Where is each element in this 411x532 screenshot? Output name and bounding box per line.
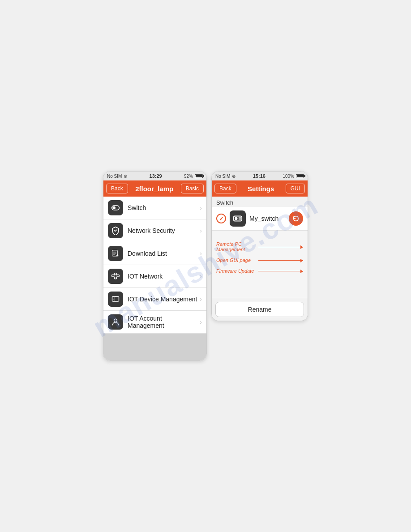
phone2-wifi-icon: ⊜ [232,174,235,179]
menu-item-switch[interactable]: Switch › [103,197,206,219]
phone1-battery-fill [196,175,202,177]
switch-icon [111,203,120,212]
annotation-firmware-arrow [258,271,303,271]
menu-item-iot-network[interactable]: IOT Network › [103,265,206,288]
svg-rect-14 [112,296,119,301]
phone1-wifi-icon: ⊜ [124,174,127,179]
phone1-status-bar: No SIM ⊜ 13:29 92% [103,172,206,180]
refresh-button[interactable] [289,211,303,226]
iot-network-label: IOT Network [128,273,200,280]
refresh-icon [292,215,300,222]
svg-line-11 [114,276,115,278]
phone2-time: 15:16 [253,173,265,179]
phone1-basic-button[interactable]: Basic [181,184,204,193]
annotation-firmware: Firmware Update [216,268,303,274]
iot-account-management-label: IOT Account Management [128,315,200,329]
phone2-battery-fill [297,175,304,177]
rename-button[interactable]: Rename [215,302,304,317]
download-list-chevron: › [200,250,202,257]
phone2-battery-pct: 100% [283,174,294,179]
annotation-firmware-text: Firmware Update [216,268,257,274]
phone1-gray-area [103,334,206,360]
iot-network-chevron: › [200,273,202,280]
account-mgmt-icon-bg [108,314,123,330]
annotation-remote-pc: Remote PCManagement [216,241,303,252]
iot-network-icon-bg [108,269,123,284]
phone2-nav-title: Settings [248,185,274,193]
annotations-area: Remote PCManagement Open GUI page Firmwa… [212,231,308,298]
annotation-open-gui: Open GUI page [216,257,303,263]
iot-device-management-label: IOT Device Management [128,296,200,303]
phone2-back-button[interactable]: Back [214,184,236,193]
phone1-status-left: No SIM ⊜ [107,174,127,179]
phone2-status-left: No SIM ⊜ [215,174,235,179]
menu-item-iot-device-management[interactable]: IOT Device Management › [103,288,206,311]
device-checkmark [216,214,226,223]
phone1: No SIM ⊜ 13:29 92% Back 2floor_lamp Basi… [103,171,207,361]
annotation-remote-pc-text: Remote PCManagement [216,241,257,252]
svg-line-13 [117,276,117,278]
download-list-label: Download List [128,250,200,257]
svg-rect-8 [115,277,117,279]
shield-icon-bg [108,223,123,238]
download-icon [111,249,120,258]
iot-account-management-chevron: › [200,318,202,326]
menu-item-download-list[interactable]: Download List › [103,242,206,265]
phone2-status-bar: No SIM ⊜ 15:16 100% [212,172,308,180]
phone1-menu-list: Switch › Network Security › [103,197,206,334]
phone1-no-sim: No SIM [107,174,122,179]
svg-point-20 [235,217,237,220]
network-security-chevron: › [200,227,202,234]
shield-icon [111,226,120,235]
switch-chevron: › [200,204,202,211]
phone2-nav-bar: Back Settings GUI [212,180,308,197]
screenshot-container: manualshive.com No SIM ⊜ 13:29 92% Back … [103,171,308,361]
svg-point-18 [114,319,117,322]
menu-item-iot-account-management[interactable]: IOT Account Management › [103,311,206,334]
phone1-nav-bar: Back 2floor_lamp Basic [103,180,206,197]
phone2-battery-icon [296,174,304,178]
device-name: My_switch [249,215,289,222]
svg-point-17 [113,299,114,300]
phone1-time: 13:29 [150,173,162,179]
switch-label: Switch [128,204,200,211]
device-row[interactable]: My_switch [212,207,308,231]
phone1-battery-area: 92% [184,174,203,179]
phone1-battery-pct: 92% [184,174,193,179]
svg-point-1 [112,206,116,210]
svg-line-12 [117,274,117,276]
iot-device-management-chevron: › [200,296,202,303]
account-mgmt-icon [111,317,120,326]
phone2-battery-area: 100% [283,174,304,179]
device-mgmt-icon [111,295,120,304]
svg-point-16 [113,298,114,299]
phone2-no-sim: No SIM [215,174,230,179]
annotation-remote-pc-arrow [258,247,303,247]
svg-rect-6 [112,275,114,277]
settings-section-label: Switch [212,197,308,207]
annotation-open-gui-arrow [258,260,303,261]
rename-btn-container: Rename [212,298,308,321]
phone1-battery-icon [195,174,203,178]
download-icon-bg [108,246,123,261]
device-mgmt-icon-bg [108,292,123,307]
phone1-nav-title: 2floor_lamp [135,185,173,193]
switch-icon-bg [108,200,123,215]
phone2: No SIM ⊜ 15:16 100% Back Settings GUI Sw… [211,171,308,321]
phone2-gui-button[interactable]: GUI [286,184,305,193]
device-icon-bg [230,210,246,227]
network-security-label: Network Security [128,227,200,234]
iot-network-icon [111,272,120,281]
svg-line-10 [114,274,115,276]
svg-rect-9 [117,275,119,277]
menu-item-network-security[interactable]: Network Security › [103,219,206,242]
annotation-open-gui-text: Open GUI page [216,257,257,263]
device-switch-icon [233,214,243,223]
svg-rect-7 [115,273,117,275]
phone1-back-button[interactable]: Back [106,184,128,193]
